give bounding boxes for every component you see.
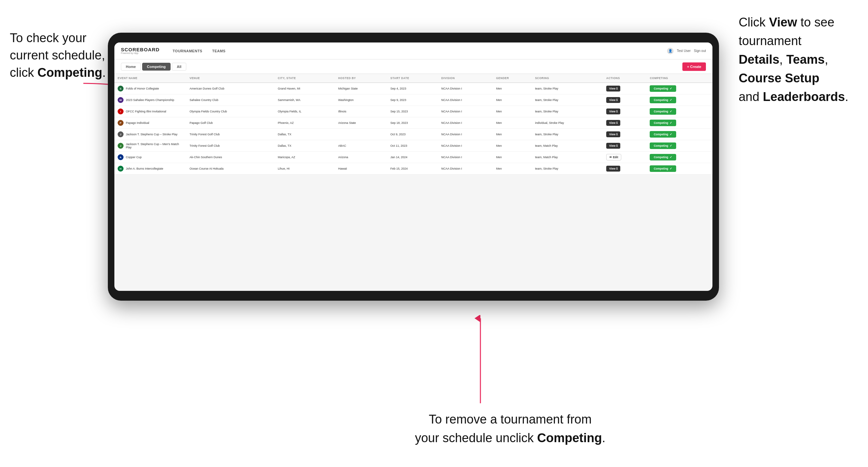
competing-cell[interactable]: Competing bbox=[646, 83, 712, 94]
event-name-cell: J Jackson T. Stephens Cup – Men's Match … bbox=[114, 140, 186, 152]
table-row: A Copper Cup Ak-Chin Southern DunesMaric… bbox=[114, 152, 712, 163]
view-button[interactable]: View ℹ bbox=[606, 120, 620, 126]
actions-cell[interactable]: View ℹ bbox=[603, 117, 646, 129]
start-date-cell: Feb 15, 2024 bbox=[387, 163, 438, 175]
actions-cell[interactable]: View ℹ bbox=[603, 106, 646, 117]
competing-cell[interactable]: Competing bbox=[646, 117, 712, 129]
city-state-cell: Grand Haven, MI bbox=[275, 83, 335, 94]
scoring-cell: team, Match Play bbox=[532, 140, 603, 152]
view-button[interactable]: View ℹ bbox=[606, 108, 620, 114]
sign-out-link[interactable]: Sign out bbox=[694, 49, 706, 53]
venue-cell: Trinity Forest Golf Club bbox=[186, 129, 275, 140]
competing-button[interactable]: Competing bbox=[650, 85, 676, 92]
actions-cell[interactable]: View ℹ bbox=[603, 83, 646, 94]
bottom-bold: Competing bbox=[537, 431, 602, 445]
view-button[interactable]: View ℹ bbox=[606, 166, 620, 172]
annotation-left-line1: To check your bbox=[10, 31, 86, 45]
event-name-text: Jackson T. Stephens Cup – Stroke Play bbox=[126, 133, 178, 136]
hosted-by-cell: Washington bbox=[335, 94, 387, 106]
tablet-screen: SCOREBOARD Powered by clipp TOURNAMENTS … bbox=[114, 42, 712, 291]
filter-competing-button[interactable]: Competing bbox=[142, 63, 170, 71]
gender-cell: Men bbox=[493, 117, 532, 129]
division-cell: NCAA Division I bbox=[438, 140, 493, 152]
venue-cell: Ak-Chin Southern Dunes bbox=[186, 152, 275, 163]
nav-tournaments[interactable]: TOURNAMENTS bbox=[173, 48, 202, 54]
team-logo: W bbox=[118, 97, 124, 103]
col-venue: VENUE bbox=[186, 74, 275, 83]
team-logo: I bbox=[118, 108, 124, 114]
start-date-cell: Oct 11, 2023 bbox=[387, 140, 438, 152]
view-button[interactable]: View ℹ bbox=[606, 131, 620, 137]
col-gender: GENDER bbox=[493, 74, 532, 83]
competing-cell[interactable]: Competing bbox=[646, 152, 712, 163]
competing-cell[interactable]: Competing bbox=[646, 163, 712, 175]
actions-cell[interactable]: View ℹ bbox=[603, 163, 646, 175]
create-button[interactable]: + Create bbox=[682, 62, 706, 71]
competing-button[interactable]: Competing bbox=[650, 97, 676, 103]
event-name-text: Folds of Honor Collegiate bbox=[126, 87, 159, 90]
app-powered: Powered by clipp bbox=[121, 52, 159, 55]
competing-cell[interactable]: Competing bbox=[646, 94, 712, 106]
actions-cell[interactable]: View ℹ bbox=[603, 129, 646, 140]
table-scroll-area[interactable]: EVENT NAME VENUE CITY, STATE HOSTED BY S… bbox=[114, 74, 712, 291]
event-name-text: Copper Cup bbox=[126, 156, 142, 159]
filter-home-button[interactable]: Home bbox=[121, 63, 141, 71]
division-cell: NCAA Division I bbox=[438, 152, 493, 163]
edit-button[interactable]: ✏ Edit bbox=[606, 154, 621, 160]
table-row: W 2023 Sahalee Players Championship Saha… bbox=[114, 94, 712, 106]
tr-line3: tournament bbox=[739, 34, 801, 48]
user-icon: 👤 bbox=[667, 48, 674, 54]
view-button[interactable]: View ℹ bbox=[606, 97, 620, 103]
competing-cell[interactable]: Competing bbox=[646, 140, 712, 152]
competing-button[interactable]: Competing bbox=[650, 143, 676, 149]
venue-cell: Olympia Fields Country Club bbox=[186, 106, 275, 117]
actions-cell[interactable]: View ℹ bbox=[603, 94, 646, 106]
competing-button[interactable]: Competing bbox=[650, 120, 676, 126]
filter-bar: Home Competing All + Create bbox=[114, 60, 712, 74]
view-button[interactable]: View ℹ bbox=[606, 143, 620, 149]
view-button[interactable]: View ℹ bbox=[606, 86, 620, 92]
event-name-text: Jackson T. Stephens Cup – Men's Match Pl… bbox=[126, 143, 183, 149]
actions-cell[interactable]: View ℹ bbox=[603, 140, 646, 152]
tr-bold2: Details bbox=[739, 53, 779, 66]
col-city-state: CITY, STATE bbox=[275, 74, 335, 83]
nav-teams[interactable]: TEAMS bbox=[212, 48, 225, 54]
team-logo: P bbox=[118, 120, 124, 126]
event-name-text: Papago Individual bbox=[126, 121, 149, 125]
competing-button[interactable]: Competing bbox=[650, 165, 676, 172]
hosted-by-cell: Arizona State bbox=[335, 117, 387, 129]
annotation-left-line2: current schedule, bbox=[10, 49, 105, 62]
competing-button[interactable]: Competing bbox=[650, 154, 676, 160]
gender-cell: Men bbox=[493, 140, 532, 152]
col-hosted-by: HOSTED BY bbox=[335, 74, 387, 83]
tr-bold4: Course Setup bbox=[739, 71, 819, 85]
team-logo: H bbox=[118, 166, 124, 172]
scoring-cell: team, Stroke Play bbox=[532, 129, 603, 140]
table-row: J Jackson T. Stephens Cup – Men's Match … bbox=[114, 140, 712, 152]
tr-end: . bbox=[845, 90, 848, 103]
app-header: SCOREBOARD Powered by clipp TOURNAMENTS … bbox=[114, 42, 712, 60]
competing-button[interactable]: Competing bbox=[650, 131, 676, 137]
competing-cell[interactable]: Competing bbox=[646, 106, 712, 117]
competing-button[interactable]: Competing bbox=[650, 108, 676, 115]
tournament-table: EVENT NAME VENUE CITY, STATE HOSTED BY S… bbox=[114, 74, 712, 175]
event-name-cell: H John A. Burns Intercollegiate bbox=[114, 163, 186, 175]
division-cell: NCAA Division I bbox=[438, 117, 493, 129]
col-division: DIVISION bbox=[438, 74, 493, 83]
scoring-cell: team, Stroke Play bbox=[532, 106, 603, 117]
table-row: I OFCC Fighting Illini Invitational Olym… bbox=[114, 106, 712, 117]
start-date-cell: Sep 9, 2023 bbox=[387, 94, 438, 106]
city-state-cell: Dallas, TX bbox=[275, 140, 335, 152]
filter-all-button[interactable]: All bbox=[172, 63, 186, 71]
hosted-by-cell: Illinois bbox=[335, 106, 387, 117]
competing-cell[interactable]: Competing bbox=[646, 129, 712, 140]
tr-line2: to see bbox=[797, 15, 834, 29]
hosted-by-cell bbox=[335, 129, 387, 140]
venue-cell: Sahalee Country Club bbox=[186, 94, 275, 106]
actions-cell[interactable]: ✏ Edit bbox=[603, 152, 646, 163]
city-state-cell: Maricopa, AZ bbox=[275, 152, 335, 163]
venue-cell: American Dunes Golf Club bbox=[186, 83, 275, 94]
scoring-cell: team, Stroke Play bbox=[532, 163, 603, 175]
hosted-by-cell: ABAC bbox=[335, 140, 387, 152]
hosted-by-cell: Michigan State bbox=[335, 83, 387, 94]
